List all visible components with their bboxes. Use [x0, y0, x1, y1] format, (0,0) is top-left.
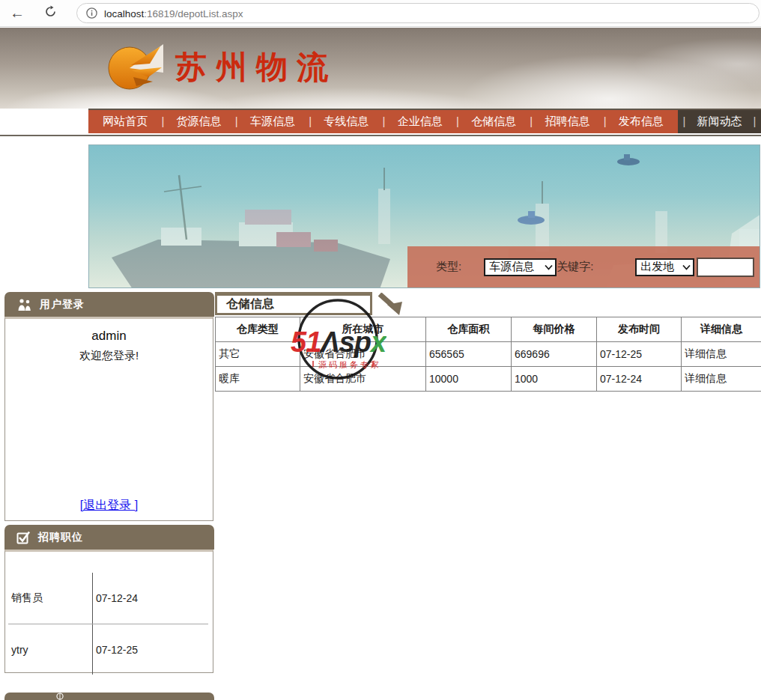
- info-icon: [86, 7, 97, 19]
- col-header-date: 发布时间: [597, 317, 682, 342]
- browser-window: ← localhost:16819/depotList.aspx: [0, 0, 761, 700]
- refresh-button[interactable]: [39, 5, 61, 21]
- welcome-text: 欢迎您登录!: [5, 349, 213, 363]
- login-section-title: 用户登录: [40, 298, 85, 311]
- job-name: 销售员: [8, 591, 92, 605]
- bubble-icon: [54, 693, 66, 700]
- search-panel: 类型: 车源信息 关键字: 出发地: [407, 246, 760, 287]
- table-row: 其它 安徽省合肥市 656565 669696 07-12-25 详细信息: [216, 342, 761, 367]
- jobs-section-title: 招聘职位: [38, 531, 83, 544]
- nav-item-cargo[interactable]: 货源信息: [162, 115, 235, 129]
- nav-item-depot[interactable]: 仓储信息: [457, 115, 530, 129]
- cell-city: 安徽省合肥市: [300, 342, 426, 367]
- nav-item-publish[interactable]: 发布信息: [604, 115, 678, 129]
- nav-item-line[interactable]: 专线信息: [309, 115, 383, 129]
- jobs-list: 销售员 07-12-24 ytry 07-12-25: [8, 573, 208, 672]
- site-header: 苏州物流: [0, 28, 761, 109]
- job-name: ytry: [8, 644, 92, 656]
- nav-item-home[interactable]: 网站首页: [88, 115, 162, 129]
- refresh-icon: [44, 5, 57, 18]
- job-date: 07-12-24: [92, 573, 208, 624]
- login-panel: admin 欢迎您登录! [退出登录 ]: [4, 317, 213, 521]
- cell-area: 656565: [426, 342, 512, 367]
- table-row: 暖库 安徽省合肥市 10000 1000 07-12-24 详细信息: [216, 367, 761, 392]
- cell-depot-type: 暖库: [216, 367, 300, 392]
- nav-item-company[interactable]: 企业信息: [383, 115, 457, 129]
- job-row[interactable]: ytry 07-12-25: [8, 624, 208, 675]
- back-icon: ←: [10, 4, 25, 21]
- nav-orange-segment: 网站首页 货源信息 车源信息 专线信息 企业信息 仓储信息 招聘信息 发布信息: [88, 110, 678, 133]
- job-date: 07-12-25: [92, 624, 208, 675]
- cell-price: 669696: [512, 342, 597, 367]
- logged-in-username: admin: [5, 329, 213, 344]
- people-icon: [16, 298, 33, 311]
- nav-divider: [0, 135, 761, 136]
- detail-link[interactable]: 详细信息: [682, 342, 761, 367]
- detail-link[interactable]: 详细信息: [682, 367, 761, 392]
- chevron-down-icon: [682, 264, 691, 270]
- field-select[interactable]: 出发地: [635, 258, 694, 276]
- logout-link[interactable]: [退出登录 ]: [5, 498, 213, 514]
- site-logo: 苏州物流: [106, 43, 337, 92]
- table-header-row: 仓库类型 所在城市 仓库面积 每间价格 发布时间 详细信息: [216, 317, 761, 342]
- job-row[interactable]: 销售员 07-12-24: [8, 573, 208, 624]
- cell-city: 安徽省合肥市: [300, 367, 426, 392]
- url-text: localhost:16819/depotList.aspx: [104, 7, 243, 20]
- keyword-input[interactable]: [697, 258, 754, 277]
- page-title: 仓储信息: [226, 296, 274, 312]
- cell-date: 07-12-24: [597, 367, 682, 392]
- jobs-panel: 销售员 07-12-24 ytry 07-12-25: [4, 550, 213, 673]
- nav-item-vehicle[interactable]: 车源信息: [236, 115, 309, 129]
- nav-item-news[interactable]: 新闻动态: [683, 115, 757, 129]
- logo-fan-icon: [106, 43, 163, 92]
- depot-table: 仓库类型 所在城市 仓库面积 每间价格 发布时间 详细信息 其它 安徽省合肥市 …: [215, 317, 761, 392]
- cell-date: 07-12-25: [597, 342, 682, 367]
- main-nav: 网站首页 货源信息 车源信息 专线信息 企业信息 仓储信息 招聘信息 发布信息 …: [88, 109, 761, 133]
- jobs-section-header: 招聘职位: [4, 525, 214, 550]
- col-header-detail: 详细信息: [682, 317, 761, 342]
- col-header-city: 所在城市: [300, 317, 426, 342]
- news-section-header-partial: [4, 693, 214, 700]
- keyword-label: 关键字:: [557, 260, 593, 274]
- col-header-type: 仓库类型: [216, 317, 300, 342]
- nav-item-jobs[interactable]: 招聘信息: [530, 115, 604, 129]
- login-section-header: 用户登录: [4, 292, 214, 317]
- nav-dark-segment: 新闻动态: [678, 110, 761, 133]
- chevron-down-icon: [545, 264, 553, 270]
- browser-toolbar: ← localhost:16819/depotList.aspx: [0, 0, 761, 27]
- logo-text: 苏州物流: [175, 46, 337, 88]
- cell-depot-type: 其它: [216, 342, 300, 367]
- cell-area: 10000: [426, 367, 512, 392]
- col-header-price: 每间价格: [512, 317, 597, 342]
- address-bar[interactable]: localhost:16819/depotList.aspx: [76, 3, 760, 23]
- diagonal-arrow-icon: [377, 293, 405, 318]
- banner-image: 类型: 车源信息 关键字: 出发地: [88, 144, 760, 288]
- checkbox-icon: [16, 531, 31, 544]
- content-title-box: 仓储信息: [215, 292, 372, 315]
- col-header-area: 仓库面积: [426, 317, 512, 342]
- type-label: 类型:: [436, 260, 461, 274]
- back-button[interactable]: ←: [6, 5, 28, 21]
- type-select[interactable]: 车源信息: [484, 258, 557, 276]
- cell-price: 1000: [512, 367, 597, 392]
